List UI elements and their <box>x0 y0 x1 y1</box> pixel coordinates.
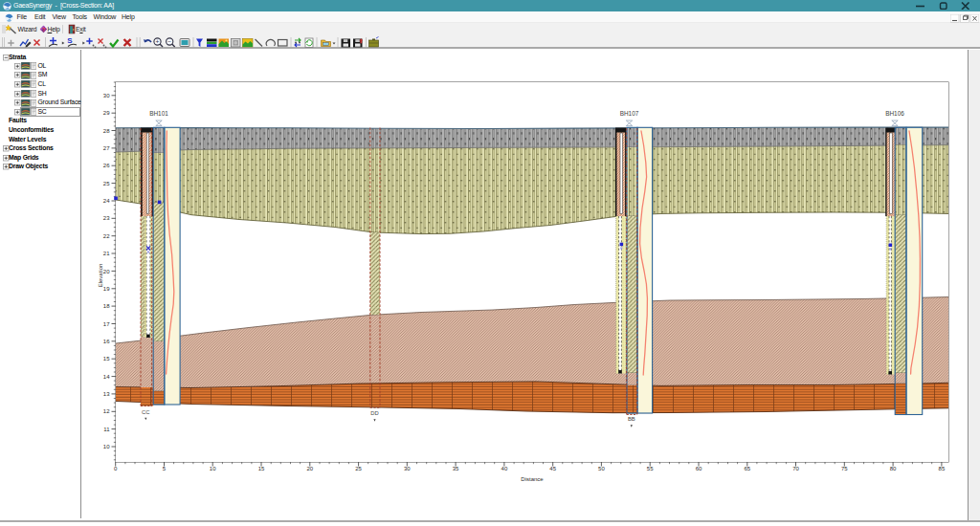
svg-text:55: 55 <box>647 466 654 471</box>
svg-text:DD: DD <box>370 410 378 416</box>
svg-text:20: 20 <box>103 269 110 274</box>
svg-text:22: 22 <box>103 233 110 239</box>
svg-text:28: 28 <box>103 128 110 134</box>
svg-text:Elevation: Elevation <box>98 264 103 288</box>
svg-text:BH107: BH107 <box>620 110 639 117</box>
svg-text:30: 30 <box>103 93 110 99</box>
svg-text:11: 11 <box>103 427 110 432</box>
svg-text:24: 24 <box>103 198 110 204</box>
svg-text:13: 13 <box>103 391 110 397</box>
svg-text:BH101: BH101 <box>149 110 168 117</box>
svg-text:19: 19 <box>103 286 110 292</box>
svg-text:Distance: Distance <box>521 476 544 482</box>
svg-text:20: 20 <box>306 466 313 471</box>
svg-text:21: 21 <box>103 251 110 256</box>
svg-text:17: 17 <box>103 321 110 327</box>
svg-text:0: 0 <box>114 466 118 471</box>
svg-text:40: 40 <box>501 466 508 471</box>
svg-text:+: + <box>156 38 160 45</box>
svg-text:10: 10 <box>103 444 110 449</box>
svg-text:30: 30 <box>404 466 411 471</box>
svg-text:60: 60 <box>696 466 702 471</box>
svg-text:23: 23 <box>103 215 110 221</box>
svg-text:12: 12 <box>103 408 110 414</box>
svg-text:16: 16 <box>103 339 110 344</box>
svg-text:BB: BB <box>628 416 635 422</box>
svg-text:65: 65 <box>744 466 750 471</box>
svg-text:35: 35 <box>453 466 459 471</box>
svg-text:25: 25 <box>355 466 362 471</box>
svg-text:18: 18 <box>103 303 110 309</box>
svg-text:−: − <box>167 38 171 45</box>
svg-text:45: 45 <box>549 466 556 471</box>
svg-text:80: 80 <box>890 466 897 471</box>
svg-text:14: 14 <box>103 374 110 380</box>
svg-text:26: 26 <box>103 163 110 168</box>
svg-text:15: 15 <box>258 466 265 471</box>
svg-text:50: 50 <box>598 466 605 471</box>
svg-text:BH106: BH106 <box>885 110 904 117</box>
svg-text:75: 75 <box>841 466 848 471</box>
svg-text:25: 25 <box>103 181 110 186</box>
svg-text:15: 15 <box>103 356 110 362</box>
svg-text:S: S <box>67 36 73 45</box>
svg-text:70: 70 <box>792 466 799 471</box>
svg-text:CC: CC <box>142 409 149 415</box>
svg-text:10: 10 <box>210 466 216 471</box>
svg-text:85: 85 <box>939 466 946 471</box>
svg-text:29: 29 <box>103 110 110 116</box>
svg-text:27: 27 <box>103 145 110 151</box>
svg-text:5: 5 <box>163 466 167 471</box>
